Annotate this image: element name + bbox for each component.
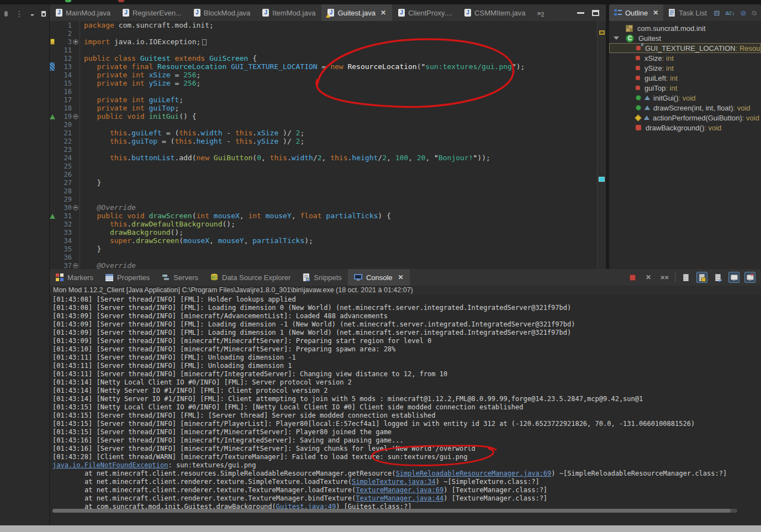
code-text: @Override [80,261,136,269]
warning-marker-icon[interactable] [599,30,605,35]
stack-trace-link[interactable]: SimpleTexture.java:34 [352,478,436,486]
console-text: [01:43:15] [Netty Local Client IO #0/INF… [52,403,524,411]
code-editor[interactable]: 1package com.suncraft.mod.init;23+import… [50,21,606,269]
code-line: 29 [50,195,606,203]
word-wrap-toggle[interactable] [712,272,723,283]
fold-toggle-icon[interactable]: − [72,203,80,212]
console-line: at net.minecraft.client.renderer.texture… [52,494,761,503]
gutter-marker-column [50,96,55,104]
window-top-strip [0,0,761,4]
outline-item-actionperformed-guibutton[interactable]: actionPerformed(GuiButton) : void [609,113,761,123]
properties-icon [105,274,113,281]
maximize-editor-icon[interactable] [592,10,599,16]
terminate-button[interactable] [627,272,638,283]
tab-servers[interactable]: Servers [156,269,204,286]
outline-item-drawbackground[interactable]: drawBackground() : void [609,123,761,133]
console-line: [01:43:14] [Netty Local Client IO #0/INF… [52,378,761,387]
tab-console[interactable]: Console ✕ [348,269,410,286]
hide-fields-icon[interactable]: ⊘ [741,9,747,17]
fold-column [72,104,80,112]
outline-item-guitest[interactable]: CGuitest [609,33,761,43]
gutter-marker-column [50,145,55,154]
fold-column [72,62,80,71]
close-tab-icon[interactable]: ✕ [380,9,386,17]
tab-outline[interactable]: Outline ✕ [609,4,663,21]
show-on-error-toggle[interactable] [744,272,755,283]
stack-trace-link[interactable]: SimpleReloadableResourceManager.java:69 [396,470,552,477]
console-text: [01:43:09] [Server thread/INFO] [FML]: L… [52,329,571,336]
code-line: 2 [50,29,606,38]
overview-ruler[interactable] [597,21,606,269]
stack-trace-link[interactable]: TextureManager.java:69 [356,486,443,494]
clear-console-button[interactable] [680,272,691,283]
outline-item-ysize[interactable]: ySize : int [609,63,761,73]
field-icon [636,76,640,80]
gutter-marker-column [50,220,55,228]
perspective-icon[interactable] [4,11,8,17]
collapse-all-icon[interactable]: ⊟ [714,9,720,17]
tab-clientproxy[interactable]: JClientProxy.... [392,4,458,21]
tab-task-list[interactable]: Task List [663,4,712,21]
tab-data-source-explorer[interactable]: Data Source Explorer [204,269,297,286]
outline-item-xsize[interactable]: xSize : int [609,53,761,63]
console-text: [01:43:09] [Server thread/INFO] [FML]: L… [52,320,575,328]
sort-icon[interactable]: az↓ [725,9,734,16]
occurrence-marker-icon[interactable] [599,177,605,182]
pin-console-toggle[interactable] [728,272,739,283]
editor-tab-label: BlockMod.java [204,9,251,17]
code-line: 3+import java.io.IOException; [50,38,606,46]
tab-snippets[interactable]: Snippets [297,269,348,286]
fold-column [72,162,80,170]
gutter-marker-column [50,129,55,137]
minimize-icon[interactable] [31,14,34,15]
tab-guitest-java[interactable]: JGuitest.java✕ [321,4,392,21]
tab-blockmod-java[interactable]: JBlockMod.java [188,4,257,21]
outline-item-initgui[interactable]: initGui() : void [609,93,761,103]
console-output[interactable]: [01:43:08] [Server thread/INFO] [FML]: H… [50,295,761,513]
remove-all-launches-button[interactable]: ✕✕ [659,272,670,283]
tab-markers[interactable]: Markers [50,269,99,286]
gutter-marker-column [50,170,55,178]
tab-properties[interactable]: Properties [99,269,156,286]
view-menu-icon[interactable]: ⋮ [15,11,23,17]
close-outline-icon[interactable]: ✕ [653,9,658,17]
outline-item-gui-texture-location[interactable]: FGUI_TEXTURE_LOCATION : ResourceLocation [609,43,761,53]
hide-static-icon[interactable]: ⦸ [752,8,757,17]
console-line: [01:43:11] [Server thread/INFO] [FML]: U… [52,362,761,370]
tab-itemmod-java[interactable]: JItemMod.java [256,4,321,21]
scroll-lock-toggle[interactable] [696,272,707,283]
fold-toggle-icon[interactable]: + [72,38,80,46]
console-horizontal-scrollbar[interactable] [52,509,737,513]
scrollbar-thumb[interactable] [52,509,731,513]
stack-trace-link[interactable]: TextureManager.java:44 [356,494,443,502]
remove-launch-button[interactable]: ✕ [643,272,654,283]
fold-column [72,137,80,145]
folded-region-icon[interactable] [202,39,207,45]
minimize-editor-icon[interactable] [577,12,584,14]
close-console-icon[interactable]: ✕ [398,273,404,281]
toolbar-separator [675,273,675,282]
code-line: 36 [50,253,606,261]
line-number: 35 [55,245,72,253]
console-text: [01:43:16] [Server thread/INFO] [minecra… [52,436,404,444]
fold-toggle-icon[interactable]: − [72,112,80,120]
fold-column [72,96,80,104]
console-line: at net.minecraft.client.renderer.texture… [52,478,761,486]
outline-item-type: : void [742,114,759,122]
stack-trace-link[interactable]: java.io.FileNotFoundException [52,461,168,469]
outline-item-com-suncraft-mod-init[interactable]: com.suncraft.mod.init [609,23,761,33]
expander-arrow-icon[interactable] [614,36,619,40]
override-indicator-icon [644,106,650,110]
fold-toggle-icon[interactable]: − [72,261,80,269]
tab-overflow-chevron[interactable]: »2 [537,4,545,21]
outline-item-type: : void [679,94,696,102]
gutter-marker-column [50,154,55,162]
tab-registereven[interactable]: JRegisterEven... [117,4,188,21]
outline-item-guileft[interactable]: guiLeft : int [609,73,761,83]
tab-mainmod-java[interactable]: JMainMod.java [50,4,117,21]
fold-column [72,220,80,228]
tab-csmmitem-java[interactable]: JCSMMItem.java [458,4,531,21]
outline-item-drawscreen-int-int-float[interactable]: drawScreen(int, int, float) : void [609,103,761,113]
outline-item-guitop[interactable]: guiTop : int [609,83,761,93]
maximize-icon[interactable] [41,11,46,17]
